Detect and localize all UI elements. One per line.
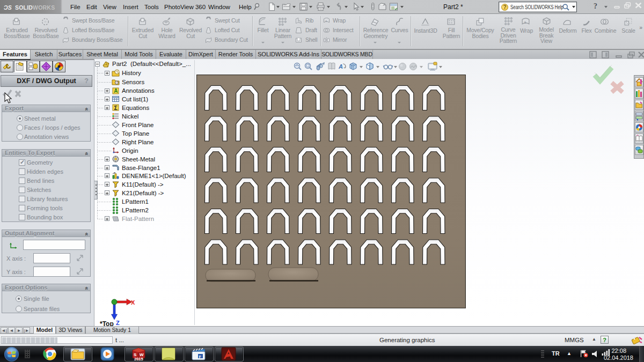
svg-text:X: X — [131, 299, 135, 306]
svg-text:A: A — [338, 63, 343, 70]
svg-text:2015: 2015 — [134, 357, 143, 361]
svg-text:Z: Z — [116, 320, 120, 326]
svg-text:F: F — [199, 355, 202, 359]
